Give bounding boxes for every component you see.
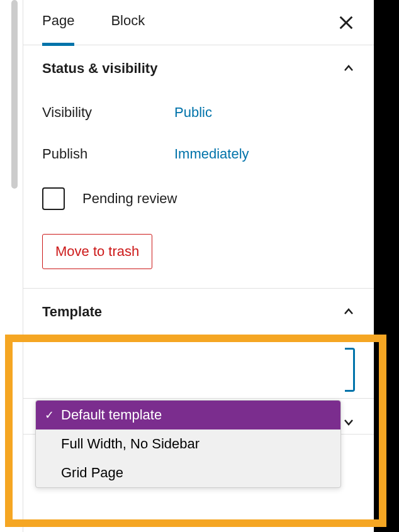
dropdown-item-grid-page[interactable]: Grid Page — [36, 458, 340, 487]
tabs-bar: Page Block — [23, 0, 374, 45]
dropdown-label: Default template — [61, 407, 162, 423]
close-icon — [337, 14, 355, 31]
visibility-value[interactable]: Public — [174, 104, 212, 121]
dark-strip — [374, 0, 399, 532]
template-select-border — [345, 348, 355, 392]
panel-title-status: Status & visibility — [42, 60, 157, 77]
chevron-up-icon — [342, 62, 355, 75]
panel-header-status[interactable]: Status & visibility — [23, 45, 374, 92]
scrollbar[interactable] — [11, 0, 18, 189]
pending-review-checkbox[interactable] — [42, 187, 65, 210]
panel-header-template[interactable]: Template — [23, 289, 374, 335]
checkmark-icon: ✓ — [45, 408, 61, 422]
publish-value[interactable]: Immediately — [174, 146, 249, 162]
close-button[interactable] — [337, 14, 355, 31]
dropdown-item-default[interactable]: ✓ Default template — [36, 401, 340, 429]
panel-body-template — [23, 335, 374, 398]
visibility-label: Visibility — [42, 104, 174, 121]
chevron-down-icon — [342, 416, 355, 428]
panel-status-visibility: Status & visibility Visibility Public Pu… — [23, 45, 374, 289]
publish-label: Publish — [42, 146, 174, 162]
move-to-trash-button[interactable]: Move to trash — [42, 234, 152, 269]
tab-block[interactable]: Block — [111, 0, 145, 46]
pending-review-label: Pending review — [82, 191, 177, 207]
row-publish: Publish Immediately — [42, 133, 355, 175]
panel-title-template: Template — [42, 304, 102, 320]
dropdown-item-full-width[interactable]: Full Width, No Sidebar — [36, 429, 340, 458]
panel-body-status: Visibility Public Publish Immediately Pe… — [23, 92, 374, 288]
row-visibility: Visibility Public — [42, 92, 355, 133]
chevron-up-icon — [342, 306, 355, 318]
panel-template: Template — [23, 289, 374, 399]
tab-page[interactable]: Page — [42, 0, 74, 46]
template-dropdown: ✓ Default template Full Width, No Sideba… — [35, 400, 341, 488]
dropdown-label: Grid Page — [45, 465, 123, 481]
row-pending-review: Pending review — [42, 175, 355, 216]
dropdown-label: Full Width, No Sidebar — [45, 436, 200, 452]
